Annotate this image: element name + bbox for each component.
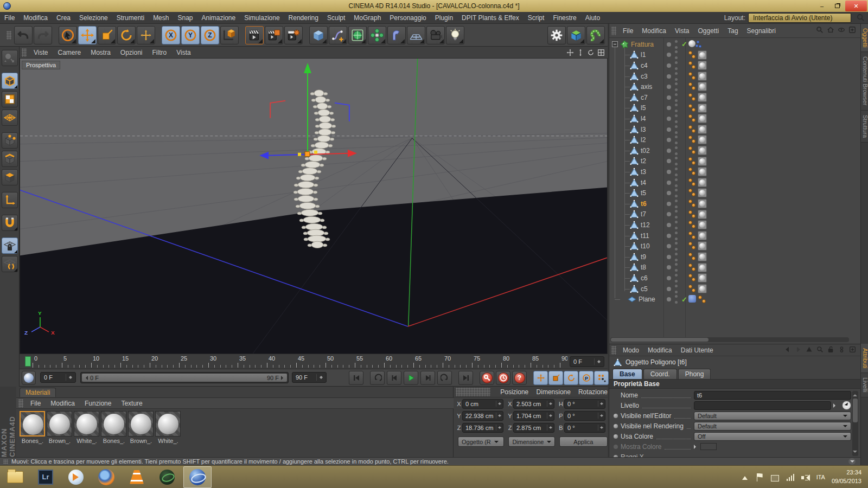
animation-dot[interactable] [614,414,618,418]
render-visibility-dots[interactable] [675,274,678,282]
expand-arrow-icon[interactable] [694,445,698,449]
volume-icon[interactable] [801,473,810,481]
lock-y-axis-button[interactable]: Y [181,26,200,44]
object-row-l3[interactable]: l3 [609,124,861,135]
editor-visibility-dot[interactable] [667,149,671,153]
action-center-flag-icon[interactable] [756,473,764,481]
menu-script[interactable]: Script [524,12,549,24]
enabled-check-icon[interactable]: ✓ [681,296,687,304]
workplane-mode-button[interactable] [2,110,18,126]
scale-tool[interactable] [98,26,116,44]
current-frame-spinner[interactable]: 0 F [40,372,76,383]
texture-tag-icon[interactable] [698,252,707,261]
selection-tag-icon[interactable] [688,93,692,97]
attribute-grip[interactable] [611,346,616,355]
compositing-tag-icon[interactable] [688,295,696,303]
enabled-check-icon[interactable]: ✓ [681,40,687,48]
om-menu-segnalibri[interactable]: Segnalibri [743,27,780,35]
selection-tag-icon[interactable] [688,72,692,76]
texture-tag-icon[interactable] [698,61,707,70]
coord-field-rotazione-p[interactable]: 0 ° [564,411,605,421]
viewport-menu-viste[interactable]: Viste [29,47,53,59]
attr-add-icon[interactable] [849,346,856,354]
texture-tag-icon[interactable] [698,114,707,123]
texture-tag-icon[interactable] [698,157,707,166]
render-view-button[interactable] [245,26,264,44]
add-camera-button[interactable] [426,26,445,44]
editor-visibility-dot[interactable] [667,127,671,132]
taskbar-explorer-button[interactable] [1,466,29,488]
coord-field-rotazione-h[interactable]: 0 ° [564,399,605,409]
selection-tag-icon[interactable] [688,104,692,108]
menu-file[interactable]: File [0,12,19,24]
animation-dot[interactable] [614,424,618,428]
display-tag-icon[interactable] [688,40,695,47]
selection-tag-icon[interactable] [692,203,695,207]
object-row-c4[interactable]: c4 [609,60,861,71]
compare-icon[interactable] [838,346,845,354]
language-indicator[interactable]: ITA [816,474,825,480]
selection-tag-icon[interactable] [688,264,692,267]
selection-tag-icon[interactable] [692,224,695,228]
render-visibility-dots[interactable] [675,178,678,187]
next-frame-button[interactable] [420,371,435,385]
editor-visibility-dot[interactable] [667,234,671,238]
viewport-grip[interactable] [22,48,27,57]
om-menu-tag[interactable]: Tag [723,27,742,35]
expand-arrow-icon[interactable] [833,403,838,408]
network-signal-icon[interactable] [786,473,795,481]
editor-visibility-dot[interactable] [667,297,671,301]
redo-button[interactable] [34,26,52,44]
material-thumbnail[interactable] [47,411,72,436]
menu-simulazione[interactable]: Simulazione [240,12,284,24]
taskbar-cinema4d-button[interactable] [183,466,212,488]
coord-field-rotazione-b[interactable]: 0 ° [564,423,605,433]
key-parameter-toggle[interactable]: P [579,371,593,385]
selection-tag-icon[interactable] [688,136,692,139]
editor-visibility-dot[interactable] [667,191,671,195]
render-settings-button[interactable] [284,26,303,44]
dropdown-usa-colore[interactable]: Off [694,432,851,441]
attr-search-icon[interactable] [816,346,824,354]
selection-tag-icon[interactable] [688,168,692,171]
attr-menu-modifica[interactable]: Modifica [643,346,676,354]
menu-sculpt[interactable]: Sculpt [323,12,349,24]
object-row-l2[interactable]: l2 [609,134,861,145]
editor-visibility-dot[interactable] [667,255,671,259]
enable-axis-button[interactable] [2,192,18,208]
texture-tag-icon[interactable] [698,125,707,134]
make-editable-button[interactable] [2,50,18,66]
object-row-c6[interactable]: c6 [609,273,861,284]
goto-end-button[interactable] [458,371,473,385]
timeline-ruler[interactable]: 051015202530354045505560657075808590 0 F [20,354,608,369]
selection-tag-icon[interactable] [688,232,692,235]
texture-tag-icon[interactable] [698,220,707,229]
add-light-button[interactable] [446,26,464,44]
editor-visibility-dot[interactable] [667,74,671,79]
menu-crea[interactable]: Crea [52,12,75,24]
history-forward-icon[interactable] [795,346,802,354]
object-row-l1[interactable]: l1 [609,50,861,61]
current-frame-field[interactable]: 0 F [570,356,604,367]
texture-tag-icon[interactable] [698,284,707,293]
object-row-l4[interactable]: l4 [609,113,861,124]
apply-button[interactable]: Applica [559,436,608,447]
selection-tag-icon[interactable] [692,139,695,143]
om-horizontal-scrollbar[interactable] [610,337,849,342]
move-tool[interactable] [78,26,97,44]
taskbar-vlc-button[interactable] [123,466,151,488]
coord-stepper[interactable] [547,401,552,407]
coord-stepper[interactable] [598,401,603,407]
selection-tag-icon[interactable] [692,76,695,80]
render-visibility-dots[interactable] [675,168,678,176]
search-icon[interactable] [857,14,865,22]
texture-tag-icon[interactable] [698,50,707,60]
coord-stepper[interactable] [547,413,552,419]
side-tab-livelli[interactable]: Livelli [861,373,868,397]
tab-base[interactable]: Base [612,369,642,379]
texture-tag-icon[interactable] [698,210,707,219]
selection-tag-icon[interactable] [692,256,695,260]
om-menu-modifica[interactable]: Modifica [637,27,671,35]
render-visibility-dots[interactable] [675,136,678,144]
frame-stepper[interactable] [594,358,601,365]
